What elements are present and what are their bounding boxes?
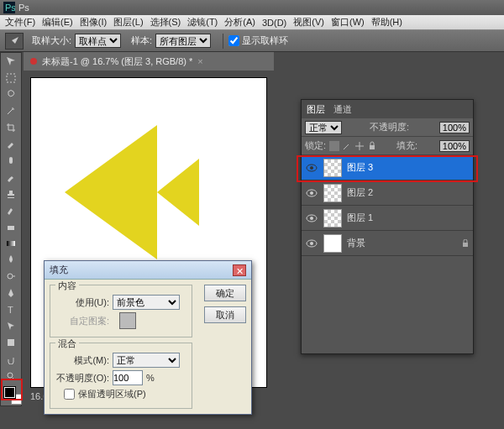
lock-transparent-icon[interactable] [329, 141, 339, 151]
close-dot-icon[interactable] [30, 58, 37, 65]
layer-list: 图层 3 图层 2 图层 1 背景 [302, 155, 473, 332]
blend-mode-select[interactable]: 正常 [305, 121, 342, 134]
hand-tool-icon[interactable] [1, 351, 21, 368]
menu-analysis[interactable]: 分析(A) [224, 16, 255, 29]
blend-row: 正常 不透明度: 100% [302, 118, 473, 137]
close-icon[interactable]: ✕ [233, 264, 246, 276]
opacity-value[interactable]: 100% [439, 122, 470, 133]
history-brush-icon[interactable] [1, 201, 21, 218]
tab-layers[interactable]: 图层 [307, 103, 325, 116]
dlg-opacity-input[interactable] [113, 370, 143, 385]
document-tab[interactable]: 未标题-1 @ 16.7% (图层 3, RGB/8) * × [24, 52, 274, 71]
visibility-icon[interactable] [305, 186, 318, 200]
use-select[interactable]: 前景色 [113, 295, 180, 310]
show-ring-checkbox[interactable] [228, 35, 239, 46]
menu-layer[interactable]: 图层(L) [113, 16, 143, 29]
menu-view[interactable]: 视图(V) [293, 16, 324, 29]
svg-rect-2 [7, 74, 15, 82]
brush-tool-icon[interactable] [1, 169, 21, 186]
marquee-tool-icon[interactable] [1, 70, 21, 86]
pattern-swatch [119, 312, 136, 329]
sample-size-select[interactable]: 取样点 [75, 34, 121, 48]
color-swatch[interactable] [4, 387, 19, 402]
sample-size-label: 取样大小: [32, 34, 71, 47]
tool-preset-icon[interactable] [5, 33, 24, 50]
layer-thumb[interactable] [323, 159, 342, 177]
layer-thumb[interactable] [323, 234, 342, 253]
svg-rect-5 [7, 241, 15, 246]
zoom-tool-icon[interactable] [1, 368, 21, 385]
eraser-tool-icon[interactable] [1, 218, 21, 235]
fill-value[interactable]: 100% [439, 140, 470, 152]
visibility-icon[interactable] [305, 212, 318, 225]
menu-filter[interactable]: 滤镜(T) [187, 16, 218, 29]
svg-point-21 [310, 242, 313, 245]
dialog-title: 填充 [50, 264, 68, 276]
options-bar: 取样大小: 取样点 样本: 所有图层 显示取样环 [0, 30, 504, 52]
menu-bar[interactable]: 文件(F) 编辑(E) 图像(I) 图层(L) 选择(S) 滤镜(T) 分析(A… [0, 15, 504, 30]
move-tool-icon[interactable] [1, 53, 21, 70]
path-select-icon[interactable] [1, 318, 21, 335]
shape-tool-icon[interactable] [1, 334, 21, 351]
separator [223, 34, 223, 49]
visibility-icon[interactable] [305, 237, 318, 250]
layer-name: 图层 2 [347, 186, 373, 199]
svg-rect-4 [8, 226, 14, 230]
tab-close-icon[interactable]: × [197, 56, 202, 66]
pen-tool-icon[interactable] [1, 285, 21, 301]
layer-row[interactable]: 图层 3 [302, 155, 473, 180]
menu-select[interactable]: 选择(S) [150, 16, 181, 29]
layer-thumb[interactable] [323, 209, 342, 228]
blur-tool-icon[interactable] [1, 252, 21, 269]
layer-name: 背景 [347, 237, 365, 249]
tab-channels[interactable]: 通道 [333, 103, 352, 116]
group-content-label: 内容 [55, 280, 79, 292]
menu-help[interactable]: 帮助(H) [371, 16, 402, 29]
dodge-tool-icon[interactable] [1, 268, 21, 285]
eyedropper-tool-icon[interactable] [1, 136, 21, 153]
preserve-checkbox[interactable] [64, 389, 75, 400]
lock-icons[interactable] [329, 141, 377, 151]
layer-row[interactable]: 背景 [302, 231, 473, 256]
svg-rect-8 [8, 339, 14, 346]
menu-edit[interactable]: 编辑(E) [42, 16, 73, 29]
type-tool-icon[interactable]: T [1, 301, 21, 318]
layer-thumb[interactable] [323, 184, 342, 202]
lock-paint-icon[interactable] [342, 141, 352, 151]
title-bar: Ps Ps [0, 0, 504, 15]
menu-image[interactable]: 图像(I) [80, 16, 107, 29]
lasso-tool-icon[interactable] [1, 86, 21, 102]
svg-rect-13 [370, 145, 375, 149]
crop-tool-icon[interactable] [1, 119, 21, 136]
svg-rect-3 [9, 157, 13, 164]
panel-tabs: 图层 通道 [302, 100, 473, 118]
menu-window[interactable]: 窗口(W) [331, 16, 365, 29]
wand-tool-icon[interactable] [1, 102, 21, 119]
cancel-button[interactable]: 取消 [204, 306, 246, 323]
gradient-tool-icon[interactable] [1, 235, 21, 252]
foreground-color[interactable] [4, 387, 15, 398]
lock-all-icon[interactable] [367, 141, 377, 151]
heal-tool-icon[interactable] [1, 152, 21, 169]
layer-row[interactable]: 图层 1 [302, 206, 473, 231]
fill-label: 填充: [396, 139, 417, 152]
lock-move-icon[interactable] [354, 141, 365, 151]
sample-select[interactable]: 所有图层 [155, 34, 211, 48]
svg-point-6 [8, 274, 13, 279]
lock-label: 锁定: [305, 139, 326, 152]
custom-pattern-label: 自定图案: [55, 315, 109, 327]
fish-shape-icon [65, 125, 207, 259]
menu-3d[interactable]: 3D(D) [262, 18, 286, 28]
menu-file[interactable]: 文件(F) [5, 16, 35, 29]
ok-button[interactable]: 确定 [204, 285, 246, 301]
layer-row[interactable]: 图层 2 [302, 180, 473, 206]
svg-rect-12 [329, 141, 339, 151]
use-label: 使用(U): [55, 296, 109, 309]
mode-select[interactable]: 正常 [113, 353, 180, 368]
visibility-icon[interactable] [305, 161, 318, 175]
svg-rect-22 [463, 243, 468, 247]
dlg-opacity-label: 不透明度(O): [55, 372, 109, 385]
stamp-tool-icon[interactable] [1, 186, 21, 202]
svg-point-9 [8, 373, 13, 378]
dialog-titlebar[interactable]: 填充 ✕ [45, 261, 251, 280]
